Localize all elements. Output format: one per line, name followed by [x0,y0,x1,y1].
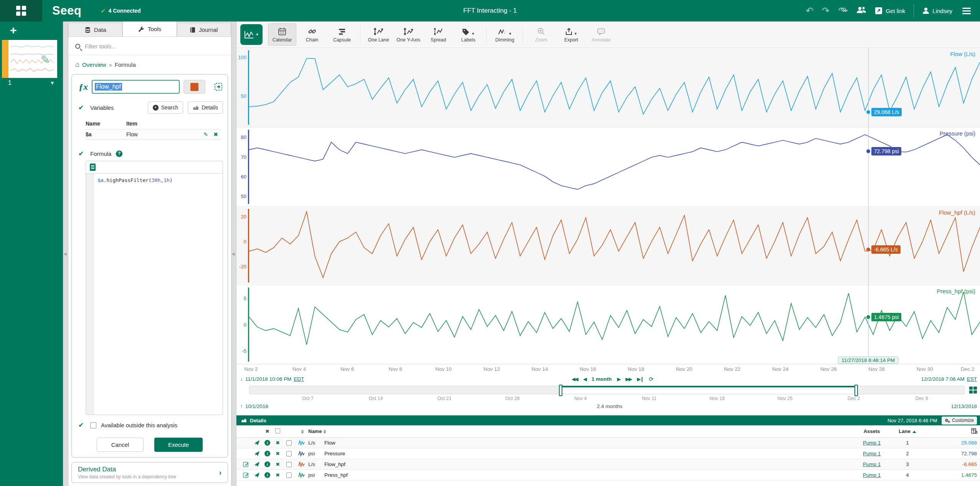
redo-all-icon[interactable]: ↷↷ [838,6,848,15]
info-icon[interactable]: i [262,472,273,478]
toolbar-one-yaxis-button[interactable]: One Y-Axis [394,23,423,46]
asset-link[interactable]: Pump 1 [863,451,881,456]
send-to-trend-icon[interactable] [252,440,262,446]
tab-tools[interactable]: Tools [122,21,177,36]
scrubber-selection[interactable] [560,386,856,394]
scrubber-track[interactable] [249,386,965,394]
tab-journal[interactable]: Journal [177,23,231,36]
send-to-display-icon[interactable] [214,82,223,91]
formula-doc-icon[interactable] [90,164,96,171]
remove-icon[interactable]: ✖ [273,461,283,467]
breadcrumb-overview-link[interactable]: Overview [82,61,106,68]
toolbar-calendar-button[interactable]: Calendar [268,23,296,46]
execute-button[interactable]: Execute [154,438,203,452]
home-icon[interactable]: ⌂ [75,61,79,69]
select-all-checkbox[interactable] [275,428,280,433]
variable-details-button[interactable]: Details [188,101,223,114]
range-start-tz-link[interactable]: EDT [294,376,304,382]
table-row-flow[interactable]: i ✖ L/s Flow Pump 1 1 29.068 [236,438,980,448]
row-checkbox[interactable] [286,473,292,478]
toolbar-dimming-button[interactable]: ▼ Dimming [491,23,519,46]
step-forward-icon[interactable]: ▶ [617,376,620,382]
worksheet-chevron-icon[interactable]: ▼ [50,80,55,86]
range-duration[interactable]: 1 month [592,376,612,382]
connection-status[interactable]: ✔ 4 Connected [101,7,140,15]
scrubber-handle-right[interactable] [854,385,858,396]
delete-variable-icon[interactable]: ✖ [211,131,221,137]
get-link-button[interactable]: Get link [875,7,905,15]
edit-formula-icon[interactable] [240,461,252,467]
formula-code[interactable]: $a.highPassFilter(30h,1h) [94,174,177,415]
toolbar-export-button[interactable]: ▼ Export [557,23,585,46]
investigate-duration[interactable]: 2.4 months [268,403,951,409]
remove-icon[interactable]: ✖ [273,440,283,446]
send-to-trend-icon[interactable] [252,473,262,478]
edit-formula-icon[interactable] [240,472,252,478]
derived-data-card[interactable]: Derived Data View data created by tools … [71,462,228,483]
refresh-icon[interactable]: ⟳ [649,376,654,383]
range-end-tz-link[interactable]: EST [967,376,977,382]
worksheet-thumbnail[interactable]: ✎ [2,40,57,78]
redo-icon[interactable]: ↷ [822,6,830,15]
tab-data[interactable]: Data [68,23,122,36]
remove-icon[interactable]: ✖ [273,472,283,478]
step-back-icon[interactable]: ◀ [583,376,586,382]
step-back-fast-icon[interactable]: ◀◀ [572,376,578,382]
table-row-press-hpf[interactable]: i ✖ psi Press_hpf Pump 1 4 1.4675 [236,470,980,481]
column-header-lane[interactable]: Lane [895,428,920,434]
send-to-trend-icon[interactable] [252,451,262,456]
sort-icon[interactable] [323,430,326,434]
undo-icon[interactable]: ↶ [806,6,813,15]
table-row-flow-hpf[interactable]: i ✖ L/s Flow_hpf Pump 1 3 -6.665 [236,459,980,470]
customize-button[interactable]: Customize [942,417,977,425]
timeline-expand-icon[interactable] [968,386,978,394]
formula-name-input[interactable]: Flow_hpf [92,80,180,94]
column-header-assets[interactable]: Assets [849,428,895,434]
step-to-end-icon[interactable]: ▶❙ [637,376,643,382]
asset-link[interactable]: Pump 1 [863,461,881,467]
info-icon[interactable]: i [262,440,273,446]
trend-chart[interactable]: 10050 Flow (L/s) 29.068 L/s 80706050 Pre… [236,48,980,364]
edit-variable-icon[interactable]: ✎ [201,131,211,137]
toolbar-labels-button[interactable]: ▼ Labels [454,23,483,46]
column-header-name[interactable]: Name [308,428,849,434]
row-checkbox[interactable] [286,462,292,467]
collapse-worksheets-handle[interactable]: « [63,21,68,486]
available-outside-checkbox[interactable] [90,422,96,428]
cancel-button[interactable]: Cancel [97,438,144,452]
view-mode-button[interactable]: ▼ [240,24,263,45]
menu-icon[interactable] [961,6,972,16]
remove-icon[interactable]: ✖ [273,451,283,456]
formula-editor[interactable]: $a.highPassFilter(30h,1h) [86,161,223,415]
user-menu[interactable]: Lindsey [922,7,952,14]
investigate-start[interactable]: 10/1/2018 [245,403,268,409]
investigate-end[interactable]: 12/13/2018 [951,403,977,409]
toolbar-capsule-button[interactable]: Capsule [328,23,356,46]
variable-search-button[interactable]: + Search [148,101,183,114]
collapse-tools-handle[interactable]: « [231,21,236,486]
toolbar-chain-button[interactable]: Chain [298,23,326,46]
asset-link[interactable]: Pump 1 [863,440,881,446]
info-icon[interactable]: i [262,461,273,467]
app-switcher-button[interactable] [0,0,42,21]
scrubber-handle-left[interactable] [559,385,562,396]
table-row-pressure[interactable]: i ✖ psi Pressure Pump 1 2 72.798 [236,448,980,459]
toolbar-one-lane-button[interactable]: One Lane [364,23,393,46]
help-icon[interactable]: ? [116,150,122,157]
remove-all-icon[interactable]: ✖ [262,428,273,434]
row-checkbox[interactable] [286,451,292,456]
info-icon[interactable]: i [262,451,273,456]
add-column-icon[interactable] [971,428,978,435]
row-checkbox[interactable] [286,440,292,446]
send-to-trend-icon[interactable] [252,462,262,467]
asset-link[interactable]: Pump 1 [863,472,881,478]
range-start[interactable]: 11/1/2018 10:06 PM [245,376,292,382]
add-worksheet-button[interactable]: + [0,21,63,40]
range-end[interactable]: 12/2/2018 7:06 AM [921,376,964,382]
color-picker-button[interactable] [183,80,205,94]
sort-icon[interactable] [301,430,304,434]
filter-tools-input[interactable]: Filter tools... [68,37,231,55]
toolbar-spread-button[interactable]: Spread [424,23,453,46]
users-icon[interactable] [856,6,866,15]
step-forward-fast-icon[interactable]: ▶▶ [625,376,631,382]
